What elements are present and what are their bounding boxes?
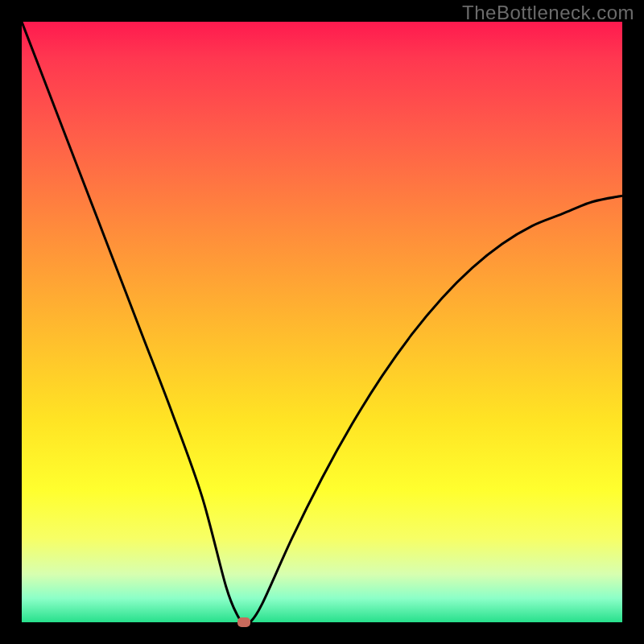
min-marker [237, 617, 250, 627]
watermark-label: TheBottleneck.com [462, 2, 634, 24]
curve-path [22, 22, 622, 622]
chart-frame: TheBottleneck.com [0, 0, 644, 644]
plot-area [22, 22, 622, 622]
bottleneck-curve [22, 22, 622, 622]
